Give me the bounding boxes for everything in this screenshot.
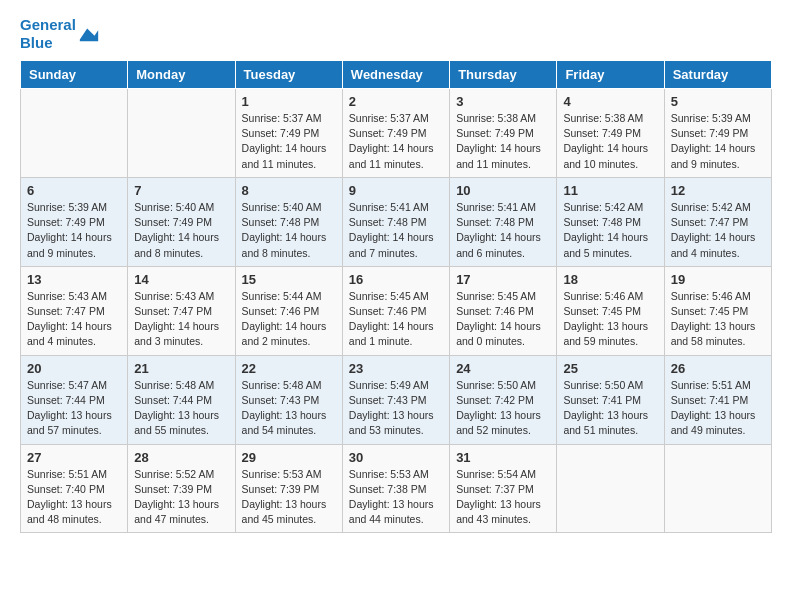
weekday-header-row: SundayMondayTuesdayWednesdayThursdayFrid… xyxy=(21,61,772,89)
day-info: Sunrise: 5:39 AM Sunset: 7:49 PM Dayligh… xyxy=(27,200,121,261)
weekday-header: Tuesday xyxy=(235,61,342,89)
day-number: 12 xyxy=(671,183,765,198)
day-number: 17 xyxy=(456,272,550,287)
day-number: 8 xyxy=(242,183,336,198)
calendar-cell: 25Sunrise: 5:50 AM Sunset: 7:41 PM Dayli… xyxy=(557,355,664,444)
calendar-cell: 23Sunrise: 5:49 AM Sunset: 7:43 PM Dayli… xyxy=(342,355,449,444)
calendar-week-row: 27Sunrise: 5:51 AM Sunset: 7:40 PM Dayli… xyxy=(21,444,772,533)
calendar-cell: 16Sunrise: 5:45 AM Sunset: 7:46 PM Dayli… xyxy=(342,266,449,355)
day-info: Sunrise: 5:46 AM Sunset: 7:45 PM Dayligh… xyxy=(671,289,765,350)
calendar-week-row: 13Sunrise: 5:43 AM Sunset: 7:47 PM Dayli… xyxy=(21,266,772,355)
page-header: General Blue xyxy=(20,16,772,52)
calendar-cell: 24Sunrise: 5:50 AM Sunset: 7:42 PM Dayli… xyxy=(450,355,557,444)
day-number: 14 xyxy=(134,272,228,287)
calendar-cell: 1Sunrise: 5:37 AM Sunset: 7:49 PM Daylig… xyxy=(235,89,342,178)
calendar-cell: 4Sunrise: 5:38 AM Sunset: 7:49 PM Daylig… xyxy=(557,89,664,178)
calendar-cell: 19Sunrise: 5:46 AM Sunset: 7:45 PM Dayli… xyxy=(664,266,771,355)
day-number: 11 xyxy=(563,183,657,198)
calendar-cell xyxy=(664,444,771,533)
day-info: Sunrise: 5:53 AM Sunset: 7:38 PM Dayligh… xyxy=(349,467,443,528)
logo-icon xyxy=(78,23,100,45)
calendar-week-row: 6Sunrise: 5:39 AM Sunset: 7:49 PM Daylig… xyxy=(21,177,772,266)
logo-text: General Blue xyxy=(20,16,76,52)
calendar-cell: 5Sunrise: 5:39 AM Sunset: 7:49 PM Daylig… xyxy=(664,89,771,178)
day-number: 10 xyxy=(456,183,550,198)
day-info: Sunrise: 5:45 AM Sunset: 7:46 PM Dayligh… xyxy=(456,289,550,350)
calendar-week-row: 20Sunrise: 5:47 AM Sunset: 7:44 PM Dayli… xyxy=(21,355,772,444)
day-number: 24 xyxy=(456,361,550,376)
calendar-cell: 22Sunrise: 5:48 AM Sunset: 7:43 PM Dayli… xyxy=(235,355,342,444)
day-number: 19 xyxy=(671,272,765,287)
weekday-header: Saturday xyxy=(664,61,771,89)
svg-marker-0 xyxy=(80,29,98,42)
day-number: 4 xyxy=(563,94,657,109)
day-number: 29 xyxy=(242,450,336,465)
day-number: 6 xyxy=(27,183,121,198)
calendar-cell: 31Sunrise: 5:54 AM Sunset: 7:37 PM Dayli… xyxy=(450,444,557,533)
calendar-cell: 8Sunrise: 5:40 AM Sunset: 7:48 PM Daylig… xyxy=(235,177,342,266)
calendar-cell xyxy=(557,444,664,533)
day-info: Sunrise: 5:51 AM Sunset: 7:40 PM Dayligh… xyxy=(27,467,121,528)
day-number: 3 xyxy=(456,94,550,109)
calendar-cell: 27Sunrise: 5:51 AM Sunset: 7:40 PM Dayli… xyxy=(21,444,128,533)
calendar-cell: 21Sunrise: 5:48 AM Sunset: 7:44 PM Dayli… xyxy=(128,355,235,444)
weekday-header: Friday xyxy=(557,61,664,89)
day-number: 31 xyxy=(456,450,550,465)
day-info: Sunrise: 5:38 AM Sunset: 7:49 PM Dayligh… xyxy=(456,111,550,172)
calendar-cell: 26Sunrise: 5:51 AM Sunset: 7:41 PM Dayli… xyxy=(664,355,771,444)
calendar-cell: 10Sunrise: 5:41 AM Sunset: 7:48 PM Dayli… xyxy=(450,177,557,266)
day-number: 25 xyxy=(563,361,657,376)
day-number: 23 xyxy=(349,361,443,376)
calendar-cell: 2Sunrise: 5:37 AM Sunset: 7:49 PM Daylig… xyxy=(342,89,449,178)
day-info: Sunrise: 5:51 AM Sunset: 7:41 PM Dayligh… xyxy=(671,378,765,439)
day-number: 26 xyxy=(671,361,765,376)
calendar-cell: 20Sunrise: 5:47 AM Sunset: 7:44 PM Dayli… xyxy=(21,355,128,444)
weekday-header: Thursday xyxy=(450,61,557,89)
day-info: Sunrise: 5:43 AM Sunset: 7:47 PM Dayligh… xyxy=(27,289,121,350)
day-info: Sunrise: 5:42 AM Sunset: 7:47 PM Dayligh… xyxy=(671,200,765,261)
day-number: 15 xyxy=(242,272,336,287)
day-info: Sunrise: 5:43 AM Sunset: 7:47 PM Dayligh… xyxy=(134,289,228,350)
day-info: Sunrise: 5:52 AM Sunset: 7:39 PM Dayligh… xyxy=(134,467,228,528)
day-number: 2 xyxy=(349,94,443,109)
day-info: Sunrise: 5:41 AM Sunset: 7:48 PM Dayligh… xyxy=(349,200,443,261)
day-number: 5 xyxy=(671,94,765,109)
day-number: 16 xyxy=(349,272,443,287)
day-info: Sunrise: 5:54 AM Sunset: 7:37 PM Dayligh… xyxy=(456,467,550,528)
day-info: Sunrise: 5:37 AM Sunset: 7:49 PM Dayligh… xyxy=(349,111,443,172)
day-number: 27 xyxy=(27,450,121,465)
calendar-cell xyxy=(128,89,235,178)
weekday-header: Sunday xyxy=(21,61,128,89)
logo: General Blue xyxy=(20,16,100,52)
day-info: Sunrise: 5:44 AM Sunset: 7:46 PM Dayligh… xyxy=(242,289,336,350)
day-info: Sunrise: 5:38 AM Sunset: 7:49 PM Dayligh… xyxy=(563,111,657,172)
day-number: 9 xyxy=(349,183,443,198)
calendar-cell xyxy=(21,89,128,178)
calendar-cell: 13Sunrise: 5:43 AM Sunset: 7:47 PM Dayli… xyxy=(21,266,128,355)
calendar-week-row: 1Sunrise: 5:37 AM Sunset: 7:49 PM Daylig… xyxy=(21,89,772,178)
day-info: Sunrise: 5:48 AM Sunset: 7:43 PM Dayligh… xyxy=(242,378,336,439)
day-info: Sunrise: 5:50 AM Sunset: 7:42 PM Dayligh… xyxy=(456,378,550,439)
calendar-cell: 15Sunrise: 5:44 AM Sunset: 7:46 PM Dayli… xyxy=(235,266,342,355)
day-number: 30 xyxy=(349,450,443,465)
calendar-cell: 9Sunrise: 5:41 AM Sunset: 7:48 PM Daylig… xyxy=(342,177,449,266)
calendar-cell: 3Sunrise: 5:38 AM Sunset: 7:49 PM Daylig… xyxy=(450,89,557,178)
day-info: Sunrise: 5:39 AM Sunset: 7:49 PM Dayligh… xyxy=(671,111,765,172)
calendar-cell: 28Sunrise: 5:52 AM Sunset: 7:39 PM Dayli… xyxy=(128,444,235,533)
day-info: Sunrise: 5:46 AM Sunset: 7:45 PM Dayligh… xyxy=(563,289,657,350)
day-number: 21 xyxy=(134,361,228,376)
day-info: Sunrise: 5:49 AM Sunset: 7:43 PM Dayligh… xyxy=(349,378,443,439)
day-info: Sunrise: 5:40 AM Sunset: 7:48 PM Dayligh… xyxy=(242,200,336,261)
day-info: Sunrise: 5:53 AM Sunset: 7:39 PM Dayligh… xyxy=(242,467,336,528)
day-number: 28 xyxy=(134,450,228,465)
day-number: 20 xyxy=(27,361,121,376)
day-number: 22 xyxy=(242,361,336,376)
day-info: Sunrise: 5:41 AM Sunset: 7:48 PM Dayligh… xyxy=(456,200,550,261)
day-number: 13 xyxy=(27,272,121,287)
day-number: 1 xyxy=(242,94,336,109)
day-info: Sunrise: 5:50 AM Sunset: 7:41 PM Dayligh… xyxy=(563,378,657,439)
weekday-header: Monday xyxy=(128,61,235,89)
calendar-cell: 17Sunrise: 5:45 AM Sunset: 7:46 PM Dayli… xyxy=(450,266,557,355)
day-info: Sunrise: 5:42 AM Sunset: 7:48 PM Dayligh… xyxy=(563,200,657,261)
day-number: 7 xyxy=(134,183,228,198)
